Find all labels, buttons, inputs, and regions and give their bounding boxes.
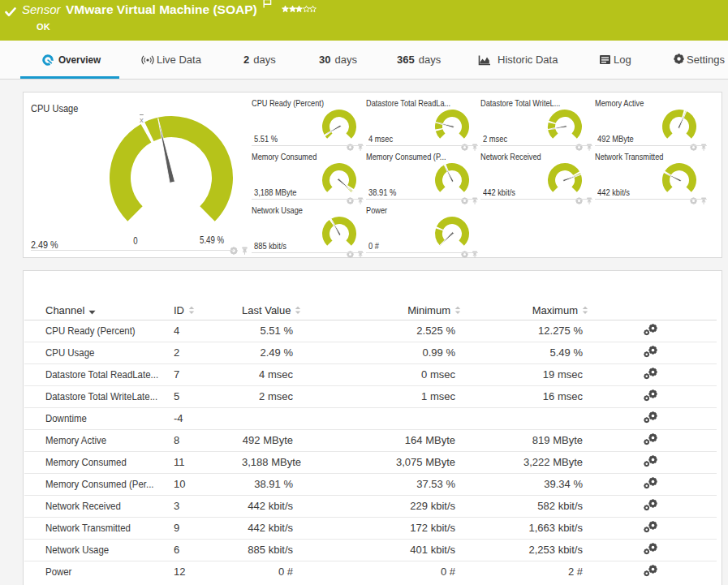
gauge-tools[interactable] xyxy=(461,140,478,154)
cell-actions xyxy=(591,473,717,495)
big-gauge-tools[interactable] xyxy=(230,243,248,258)
table-row[interactable]: Datastore Total ReadLate...74 msec0 msec… xyxy=(24,363,717,385)
tab-log[interactable]: Log xyxy=(599,41,631,79)
cell-channel: Memory Consumed (Per... xyxy=(24,473,174,495)
tab-historic-data[interactable]: Historic Data xyxy=(478,41,558,79)
column-header-min[interactable]: Minimum xyxy=(301,303,463,320)
channel-settings-icon[interactable] xyxy=(644,543,657,557)
star-filled-icon[interactable] xyxy=(289,2,296,16)
tab-365-days[interactable]: 365 days xyxy=(397,41,441,79)
star-filled-icon[interactable] xyxy=(282,2,289,16)
flag-icon[interactable] xyxy=(263,0,272,11)
tab-settings[interactable]: Settings xyxy=(674,41,725,79)
cell-max: 819 MByte xyxy=(463,429,591,451)
pin-icon[interactable] xyxy=(241,243,248,258)
gear-icon[interactable] xyxy=(690,140,697,154)
gear-icon[interactable] xyxy=(347,247,354,261)
area-chart-icon xyxy=(478,54,491,66)
pin-icon[interactable] xyxy=(472,140,478,154)
gear-icon[interactable] xyxy=(230,243,238,258)
gear-icon[interactable] xyxy=(461,140,468,154)
gauge-tools[interactable] xyxy=(690,193,707,208)
cell-actions xyxy=(591,320,717,342)
pin-icon[interactable] xyxy=(700,193,707,208)
cell-last: 5.51 % xyxy=(242,320,301,342)
column-label: Last Value xyxy=(242,304,291,316)
gear-icon[interactable] xyxy=(461,193,468,208)
channel-name: CPU Ready (Percent) xyxy=(45,325,136,337)
pin-icon[interactable] xyxy=(357,140,364,154)
star-filled-icon[interactable] xyxy=(295,2,303,16)
table-row[interactable]: CPU Usage22.49 %0.99 %5.49 % xyxy=(24,342,717,363)
priority-stars[interactable] xyxy=(282,2,317,16)
channel-settings-icon[interactable] xyxy=(644,346,657,360)
table-row[interactable]: Memory Consumed (Per...1038.91 %37.53 %3… xyxy=(24,473,717,495)
tab-overview[interactable]: Overview xyxy=(42,41,106,79)
channel-settings-icon[interactable] xyxy=(644,389,657,404)
column-header-channel[interactable]: Channel xyxy=(24,303,174,320)
gear-icon[interactable] xyxy=(461,247,468,261)
channel-settings-icon[interactable] xyxy=(644,324,657,338)
gauge-tools[interactable] xyxy=(690,140,707,154)
table-row[interactable]: Network Transmitted9442 kbit/s172 kbit/s… xyxy=(24,517,717,539)
table-row[interactable]: Downtime-4 xyxy=(24,407,717,429)
gear-icon[interactable] xyxy=(575,193,583,208)
pin-icon[interactable] xyxy=(586,193,592,208)
gauge-value: 442 kbit/s xyxy=(483,187,515,197)
big-gauge-value: 2.49 % xyxy=(31,239,58,251)
gauge-tools[interactable] xyxy=(347,140,364,154)
channel-settings-icon[interactable] xyxy=(644,477,657,492)
channel-settings-icon[interactable] xyxy=(644,521,657,536)
column-header-last[interactable]: Last Value xyxy=(242,303,301,320)
table-row[interactable]: Power120 #0 #2 # xyxy=(24,561,717,583)
gear-icon[interactable] xyxy=(690,193,697,208)
table-row[interactable]: CPU Ready (Percent)45.51 %2.525 %12.275 … xyxy=(24,320,717,342)
table-row[interactable]: Memory Active8492 MByte164 MByte819 MByt… xyxy=(24,429,717,451)
gauge-tools[interactable] xyxy=(347,247,364,261)
tab-label: days xyxy=(419,54,441,66)
column-label: Minimum xyxy=(407,304,450,316)
gear-icon[interactable] xyxy=(575,140,583,154)
channel-settings-icon[interactable] xyxy=(644,565,657,579)
channel-settings-icon[interactable] xyxy=(644,433,657,448)
cell-actions xyxy=(591,407,717,429)
cell-min: 3,075 MByte xyxy=(301,451,463,473)
gauge-title: CPU Ready (Percent) xyxy=(252,99,324,108)
pin-icon[interactable] xyxy=(472,247,478,261)
column-label: Maximum xyxy=(532,304,578,316)
gauge-tools[interactable] xyxy=(575,193,592,208)
cell-min: 0.99 % xyxy=(301,342,463,363)
tab-number: 30 xyxy=(319,54,330,66)
channel-settings-icon[interactable] xyxy=(644,499,657,514)
gear-icon[interactable] xyxy=(347,193,354,208)
gauge-tools[interactable] xyxy=(461,247,478,261)
gear-icon[interactable] xyxy=(347,140,354,154)
pin-icon[interactable] xyxy=(357,193,364,208)
divider xyxy=(252,199,364,200)
channel-settings-icon[interactable] xyxy=(644,411,657,426)
gauge-tools[interactable] xyxy=(461,193,478,208)
gauge-tools[interactable] xyxy=(575,140,592,154)
channel-settings-icon[interactable] xyxy=(644,368,657,382)
channel-name: Memory Consumed (Per... xyxy=(45,478,154,490)
tab-2-days[interactable]: 2 days xyxy=(243,41,276,79)
pin-icon[interactable] xyxy=(472,193,478,208)
star-empty-icon[interactable] xyxy=(309,2,317,16)
star-empty-icon[interactable] xyxy=(303,2,310,16)
cell-channel: CPU Usage xyxy=(24,342,174,363)
tab-30-days[interactable]: 30 days xyxy=(319,41,357,79)
pin-icon[interactable] xyxy=(586,140,592,154)
table-row[interactable]: Network Usage6885 kbit/s401 kbit/s2,253 … xyxy=(24,539,717,561)
gauge-tools[interactable] xyxy=(347,193,364,208)
channel-name: Power xyxy=(45,566,71,578)
column-header-id[interactable]: ID xyxy=(174,303,242,320)
tab-live-data[interactable]: Live Data xyxy=(141,41,201,79)
table-row[interactable]: Network Received3442 kbit/s229 kbit/s582… xyxy=(24,495,717,517)
table-row[interactable]: Memory Consumed113,188 MByte3,075 MByte3… xyxy=(24,451,717,473)
column-header-max[interactable]: Maximum xyxy=(463,303,591,320)
cell-max xyxy=(463,407,591,429)
pin-icon[interactable] xyxy=(357,247,364,261)
pin-icon[interactable] xyxy=(700,140,707,154)
table-row[interactable]: Datastore Total WriteLate...52 msec1 mse… xyxy=(24,385,717,407)
channel-settings-icon[interactable] xyxy=(644,455,657,470)
